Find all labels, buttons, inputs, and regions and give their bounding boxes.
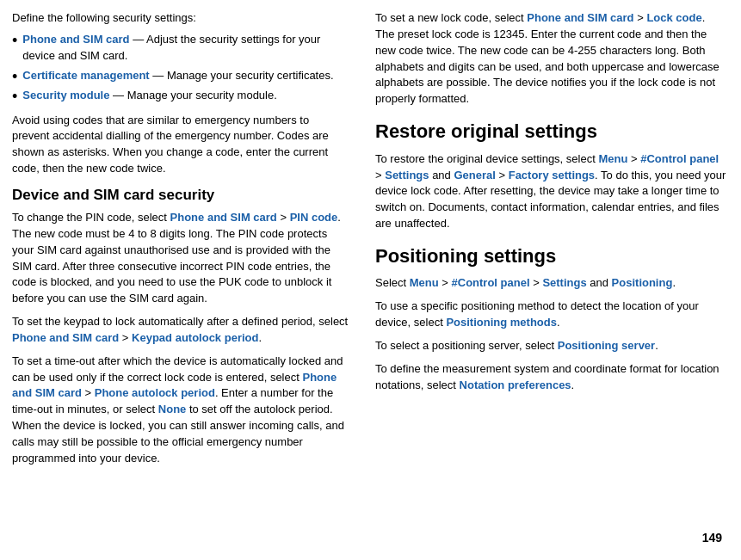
pos-control-panel-link[interactable]: #Control panel	[452, 276, 530, 289]
device-sim-heading: Device and SIM card security	[12, 186, 349, 205]
server-paragraph: To select a positioning server, select P…	[375, 338, 727, 354]
restore-menu-link[interactable]: Menu	[598, 152, 627, 165]
notation-paragraph: To define the measurement system and coo…	[375, 361, 727, 394]
restore-heading: Restore original settings	[375, 120, 727, 145]
pos-menu-link[interactable]: Menu	[410, 276, 439, 289]
list-item: • Security module — Manage your security…	[12, 88, 349, 104]
bullet-text-2: — Manage your security certificates.	[150, 69, 334, 82]
lock-paragraph: To set a new lock code, select Phone and…	[375, 10, 727, 108]
restore-general-link[interactable]: General	[454, 169, 495, 182]
positioning-heading: Positioning settings	[375, 244, 727, 269]
intro-text: Define the following security settings:	[12, 10, 349, 27]
restore-paragraph: To restore the original device settings,…	[375, 151, 727, 232]
pin-phone-sim-link[interactable]: Phone and SIM card	[170, 211, 277, 224]
cert-mgmt-link[interactable]: Certificate management	[22, 69, 149, 82]
bullet-text-3: — Manage your security module.	[109, 89, 276, 102]
bullet-dot: •	[12, 33, 17, 48]
keypad-paragraph: To set the keypad to lock automatically …	[12, 314, 349, 347]
list-item: • Phone and SIM card — Adjust the securi…	[12, 32, 349, 65]
lock-code-link[interactable]: Lock code	[646, 11, 701, 24]
right-column: To set a new lock code, select Phone and…	[361, 0, 741, 560]
keypad-autolock-link[interactable]: Keypad autolock period	[132, 331, 258, 344]
pos-positioning-link[interactable]: Positioning	[612, 276, 673, 289]
page-number: 149	[702, 531, 722, 545]
bullet-item-1: Phone and SIM card — Adjust the security…	[22, 32, 349, 65]
pin-code-link[interactable]: PIN code	[290, 211, 338, 224]
bullet-item-3: Security module — Manage your security m…	[22, 88, 277, 104]
positioning-intro: Select Menu > #Control panel > Settings …	[375, 275, 727, 292]
positioning-methods-link[interactable]: Positioning methods	[446, 316, 557, 329]
bullet-dot: •	[12, 89, 17, 104]
bullet-dot: •	[12, 69, 17, 84]
restore-control-panel-link[interactable]: #Control panel	[640, 152, 719, 165]
none-link[interactable]: None	[158, 403, 187, 415]
autolock-paragraph: To set a time-out after which the device…	[12, 354, 349, 467]
bullet-list: • Phone and SIM card — Adjust the securi…	[12, 32, 349, 104]
security-module-link[interactable]: Security module	[22, 89, 109, 102]
keypad-phone-sim-link[interactable]: Phone and SIM card	[12, 331, 119, 344]
lock-phone-sim-link[interactable]: Phone and SIM card	[527, 11, 633, 24]
restore-factory-link[interactable]: Factory settings	[509, 169, 595, 182]
avoid-paragraph: Avoid using codes that are similar to em…	[12, 113, 349, 177]
phone-sim-link-1[interactable]: Phone and SIM card	[22, 33, 129, 46]
notation-preferences-link[interactable]: Notation preferences	[460, 378, 571, 391]
positioning-server-link[interactable]: Positioning server	[558, 339, 655, 352]
left-column: Define the following security settings: …	[0, 0, 361, 560]
pos-settings-link[interactable]: Settings	[542, 276, 586, 289]
phone-autolock-link[interactable]: Phone autolock period	[95, 386, 215, 399]
restore-settings-link[interactable]: Settings	[385, 169, 429, 182]
bullet-item-2: Certificate management — Manage your sec…	[22, 68, 333, 84]
pin-paragraph: To change the PIN code, select Phone and…	[12, 210, 349, 307]
list-item: • Certificate management — Manage your s…	[12, 68, 349, 84]
methods-paragraph: To use a specific positioning method to …	[375, 298, 727, 331]
